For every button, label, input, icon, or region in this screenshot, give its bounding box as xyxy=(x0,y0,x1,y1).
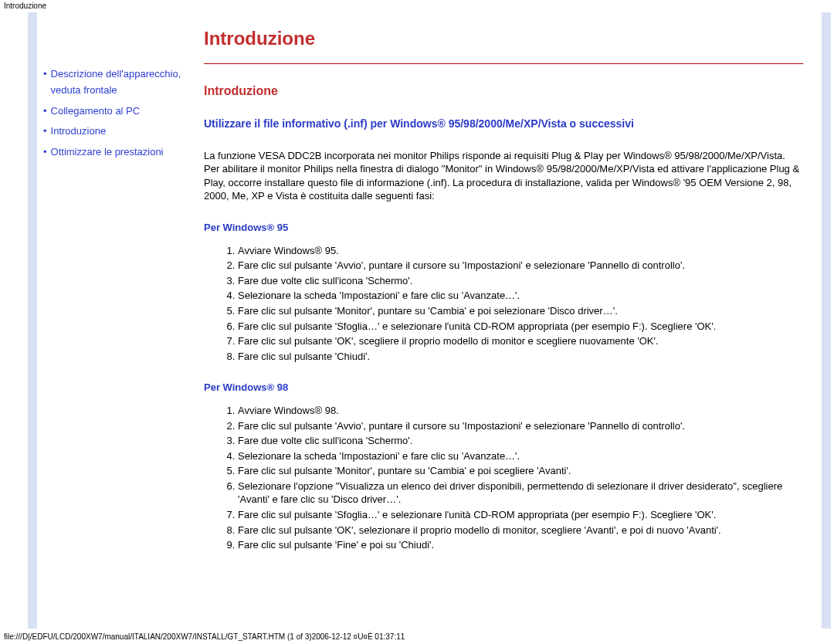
sidebar-item-label: Descrizione dell'apparecchio, veduta fro… xyxy=(51,66,188,99)
page-top-title: Introduzione xyxy=(0,0,834,12)
content-outer: • Descrizione dell'apparecchio, veduta f… xyxy=(28,12,834,629)
sidebar-list: • Descrizione dell'apparecchio, veduta f… xyxy=(43,66,188,161)
list-item: Fare clic sul pulsante 'Monitor', puntar… xyxy=(238,304,803,318)
list-item: Fare clic sul pulsante 'Avvio', puntare … xyxy=(238,259,803,273)
sidebar-item-label: Introduzione xyxy=(51,124,107,140)
list-item: Fare clic sul pulsante 'OK', selezionare… xyxy=(238,524,803,537)
bullet-icon: • xyxy=(43,103,47,120)
sidebar-item-descrizione[interactable]: • Descrizione dell'apparecchio, veduta f… xyxy=(43,66,188,99)
sidebar: • Descrizione dell'apparecchio, veduta f… xyxy=(37,12,193,629)
sidebar-item-ottimizzare[interactable]: • Ottimizzare le prestazioni xyxy=(43,144,188,161)
list-item: Fare due volte clic sull'icona 'Schermo'… xyxy=(238,274,803,288)
list-item: Avviare Windows® 95. xyxy=(238,244,803,258)
list-item: Fare clic sul pulsante 'OK', scegliere i… xyxy=(238,334,803,348)
subsection-heading: Utilizzare il file informativo (.inf) pe… xyxy=(204,117,803,132)
list-item: Fare clic sul pulsante 'Sfoglia…' e sele… xyxy=(238,508,803,522)
list-item: Fare clic sul pulsante 'Fine' e poi su '… xyxy=(238,538,803,552)
intro-paragraph: La funzione VESA DDC2B incorporata nei m… xyxy=(204,149,803,203)
list-item: Fare clic sul pulsante 'Sfoglia…' e sele… xyxy=(238,320,803,334)
list-item: Fare due volte clic sull'icona 'Schermo'… xyxy=(238,434,803,448)
list-item: Selezionare la scheda 'Impostazioni' e f… xyxy=(238,449,803,463)
win98-heading: Per Windows® 98 xyxy=(204,381,803,393)
win95-heading: Per Windows® 95 xyxy=(204,222,803,233)
main-content: Introduzione Introduzione Utilizzare il … xyxy=(193,12,834,629)
list-item: Avviare Windows® 98. xyxy=(238,404,803,418)
horizontal-rule xyxy=(204,63,803,64)
bullet-icon: • xyxy=(43,124,47,140)
bullet-icon: • xyxy=(43,144,47,161)
list-item: Selezionare la scheda 'Impostazioni' e f… xyxy=(238,289,803,303)
list-item: Fare clic sul pulsante 'Chiudi'. xyxy=(238,350,803,364)
footer-file-path: file:///D|/EDFU/LCD/200XW7/manual/ITALIA… xyxy=(4,632,405,641)
sidebar-item-introduzione[interactable]: • Introduzione xyxy=(43,124,188,140)
section-heading: Introduzione xyxy=(204,84,803,98)
left-blue-bar xyxy=(28,12,37,629)
sidebar-item-collegamento[interactable]: • Collegamento al PC xyxy=(43,103,188,120)
sidebar-item-label: Collegamento al PC xyxy=(51,103,141,120)
page-title: Introduzione xyxy=(204,28,803,49)
list-item: Fare clic sul pulsante 'Avvio', puntare … xyxy=(238,419,803,433)
list-item: Fare clic sul pulsante 'Monitor', puntar… xyxy=(238,464,803,478)
bullet-icon: • xyxy=(43,66,47,83)
right-blue-bar xyxy=(822,12,831,629)
sidebar-item-label: Ottimizzare le prestazioni xyxy=(51,144,164,161)
win98-steps: Avviare Windows® 98. Fare clic sul pulsa… xyxy=(204,404,803,551)
list-item: Selezionare l'opzione "Visualizza un ele… xyxy=(238,480,803,507)
win95-steps: Avviare Windows® 95. Fare clic sul pulsa… xyxy=(204,244,803,363)
